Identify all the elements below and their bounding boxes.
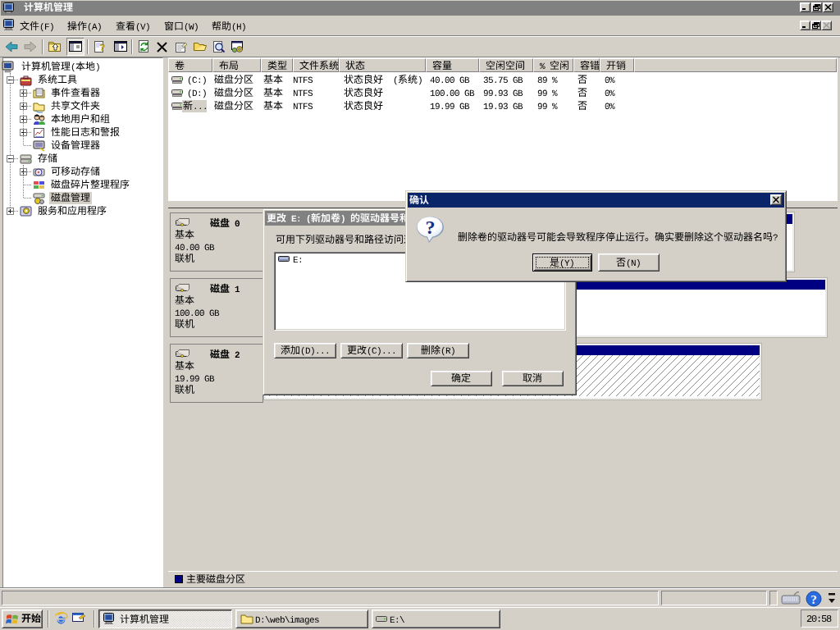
svg-text:?: ? <box>426 217 436 238</box>
svg-text:?: ? <box>810 593 817 606</box>
svg-text:?: ? <box>100 42 105 53</box>
